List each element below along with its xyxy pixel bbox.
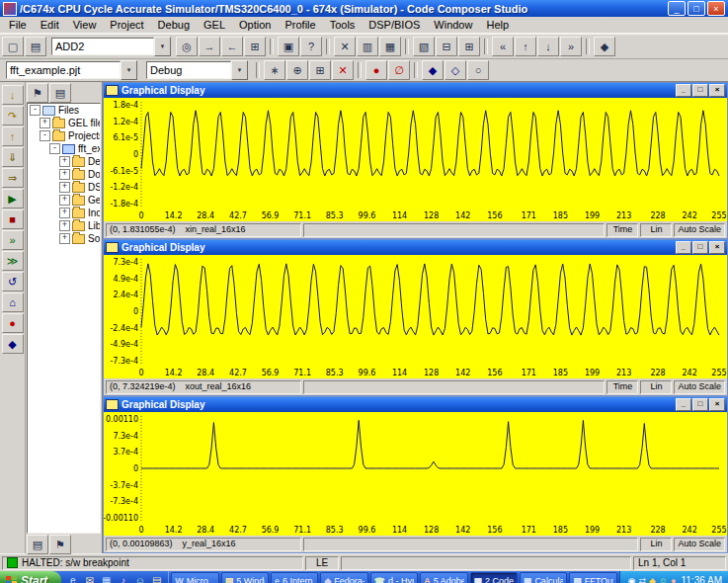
quicklaunch-folder-icon[interactable]: ▤	[149, 573, 164, 583]
restart-icon[interactable]: ↺	[2, 272, 24, 292]
task-calculator[interactable]: ▦Calculator	[520, 572, 567, 583]
find-text-combo[interactable]: ADD2▼	[51, 38, 171, 55]
graphical-display-titlebar[interactable]: Graphical Display_□×	[104, 240, 727, 255]
expander-icon[interactable]: +	[40, 118, 50, 128]
quicklaunch-show-desktop-icon[interactable]: ▦	[99, 573, 114, 583]
tree-item-include[interactable]: +Include	[28, 207, 100, 219]
menu-window[interactable]: Window	[427, 18, 479, 32]
bookmark-icon[interactable]: ⚑	[27, 83, 48, 103]
expander-icon[interactable]: +	[59, 233, 70, 244]
expander-icon[interactable]: -	[40, 130, 50, 141]
task-hyperterminal[interactable]: ☎d - HyperT...	[370, 572, 418, 583]
tree-item-fft-exampl[interactable]: -fft_exampl...	[28, 142, 100, 155]
menu-dsp-bios[interactable]: DSP/BIOS	[362, 18, 427, 32]
expander-icon[interactable]: -	[49, 143, 60, 154]
run-free-icon[interactable]: ≫	[2, 251, 24, 271]
profiler-clock-icon[interactable]: ○	[467, 60, 489, 80]
window-cascade-icon[interactable]: ▧	[413, 37, 435, 56]
tree-item-dsp-bio[interactable]: +DSP/BIO...	[28, 181, 100, 194]
plot-xout-real-16x16[interactable]: 7.3e-44.9e-42.4e-40-2.4e-4-4.9e-4-7.3e-4…	[104, 255, 727, 378]
title-bar[interactable]: /C674x CPU Cycle Accurate Simulator/TMS3…	[0, 0, 728, 17]
expander-icon[interactable]: +	[59, 195, 70, 206]
new-source-file-icon[interactable]: ▢	[2, 37, 24, 56]
toggle-probe-point-icon[interactable]: ◆	[422, 60, 444, 80]
chevron-down-icon[interactable]: ▼	[121, 60, 137, 80]
menu-edit[interactable]: Edit	[34, 18, 66, 32]
lin-panel[interactable]: Lin	[640, 538, 672, 551]
go-down-icon[interactable]: ↓	[537, 37, 559, 56]
menu-project[interactable]: Project	[103, 18, 150, 32]
file-view-icon[interactable]: ▤	[27, 535, 48, 554]
build-config-combo[interactable]: Debug▼	[146, 61, 248, 79]
close-icon[interactable]: ×	[709, 84, 725, 97]
expander-icon[interactable]: +	[59, 220, 70, 231]
chevron-down-icon[interactable]: ▼	[231, 60, 248, 80]
stop-build-icon[interactable]: ✕	[332, 60, 354, 80]
toggle-breakpoint-icon[interactable]: ●	[365, 60, 387, 80]
quicklaunch-media-player-icon[interactable]: ♪	[116, 573, 130, 583]
menu-tools[interactable]: Tools	[323, 18, 363, 32]
minimize-icon[interactable]: _	[668, 1, 686, 16]
menu-help[interactable]: Help	[479, 18, 516, 32]
step-over-icon[interactable]: ↷	[2, 106, 24, 125]
antivirus-icon[interactable]: ◆	[649, 576, 656, 583]
tree-item-files[interactable]: -Files	[28, 104, 100, 117]
tree-item-gel-files[interactable]: +GEL files	[28, 117, 100, 129]
expander-icon[interactable]: -	[30, 105, 40, 116]
step-out-icon[interactable]: ↑	[2, 126, 24, 146]
tree-item-depende[interactable]: +Depende...	[28, 155, 100, 168]
expander-icon[interactable]: +	[59, 156, 70, 167]
menu-file[interactable]: File	[2, 18, 34, 32]
maximize-icon[interactable]: □	[692, 84, 708, 97]
maximize-icon[interactable]: □	[688, 1, 705, 16]
task-microsoft-word[interactable]: WMicro...	[171, 572, 218, 583]
menu-gel[interactable]: GEL	[197, 18, 232, 32]
find-in-files-icon[interactable]: ⊞	[244, 37, 266, 56]
task-fedora-window[interactable]: ◆Fedora-10...	[320, 572, 367, 583]
probe-point-icon[interactable]: ◆	[2, 334, 24, 354]
lin-panel[interactable]: Lin	[640, 223, 672, 237]
tree-item-source[interactable]: +Source	[28, 232, 100, 245]
asm-step-into-icon[interactable]: ⇓	[2, 147, 24, 167]
open-file-icon[interactable]: ▤	[25, 37, 46, 56]
tree-item-generat[interactable]: +Generat...	[28, 194, 100, 207]
compile-file-icon[interactable]: ∗	[264, 60, 285, 80]
auto-scale-panel[interactable]: Auto Scale	[674, 538, 725, 551]
window-tile-icon[interactable]: ⊟	[436, 37, 457, 56]
auto-scale-panel[interactable]: Auto Scale	[674, 223, 725, 237]
plot-xin-real-16x16[interactable]: 1.8e-41.2e-46.1e-50-6.1e-5-1.2e-4-1.8e-4…	[104, 98, 727, 221]
start-button[interactable]: Start	[0, 571, 61, 583]
time-panel[interactable]: Time	[607, 380, 638, 394]
go-forward-icon[interactable]: »	[560, 37, 582, 56]
toggle-breakpoint-icon[interactable]: ●	[2, 313, 24, 333]
go-back-icon[interactable]: «	[492, 37, 514, 56]
window-float-icon[interactable]: ⊞	[458, 37, 480, 56]
menu-option[interactable]: Option	[232, 18, 278, 32]
quicklaunch-internet-explorer-icon[interactable]: e	[65, 573, 80, 583]
close-icon[interactable]: ×	[707, 1, 725, 16]
halt-icon[interactable]: ■	[2, 209, 24, 229]
help-icon[interactable]: ?	[300, 37, 322, 56]
lin-panel[interactable]: Lin	[640, 380, 672, 394]
expander-icon[interactable]: +	[59, 182, 70, 193]
bookmarks-view-icon[interactable]: ⚑	[49, 535, 71, 554]
time-panel[interactable]: Time	[607, 223, 638, 237]
task-internet-explorer-group[interactable]: e6 Intern...	[271, 572, 318, 583]
print-icon[interactable]: ▣	[278, 37, 299, 56]
minimize-icon[interactable]: _	[676, 241, 691, 254]
pin-window-icon[interactable]: ◆	[594, 37, 615, 56]
plot-y-real-16x16[interactable]: 0.001107.3e-43.7e-40-3.7e-4-7.3e-4-0.001…	[104, 412, 727, 536]
quicklaunch-messenger-icon[interactable]: ☺	[132, 573, 147, 583]
tree-item-projects[interactable]: -Projects	[28, 129, 100, 142]
close-icon[interactable]: ×	[709, 241, 725, 254]
task-windows-explorer-group[interactable]: ▤5 Windo...	[221, 572, 269, 583]
remove-all-probe-points-icon[interactable]: ◇	[445, 60, 466, 80]
asm-step-over-icon[interactable]: ⇒	[2, 168, 24, 188]
animate-icon[interactable]: »	[2, 230, 24, 250]
find-next-icon[interactable]: →	[199, 37, 220, 56]
cut-icon[interactable]: ✕	[334, 37, 356, 56]
remove-all-breakpoints-icon[interactable]: ∅	[388, 60, 410, 80]
minimize-icon[interactable]: _	[676, 398, 691, 411]
menu-profile[interactable]: Profile	[278, 18, 322, 32]
expander-icon[interactable]: +	[59, 169, 70, 180]
